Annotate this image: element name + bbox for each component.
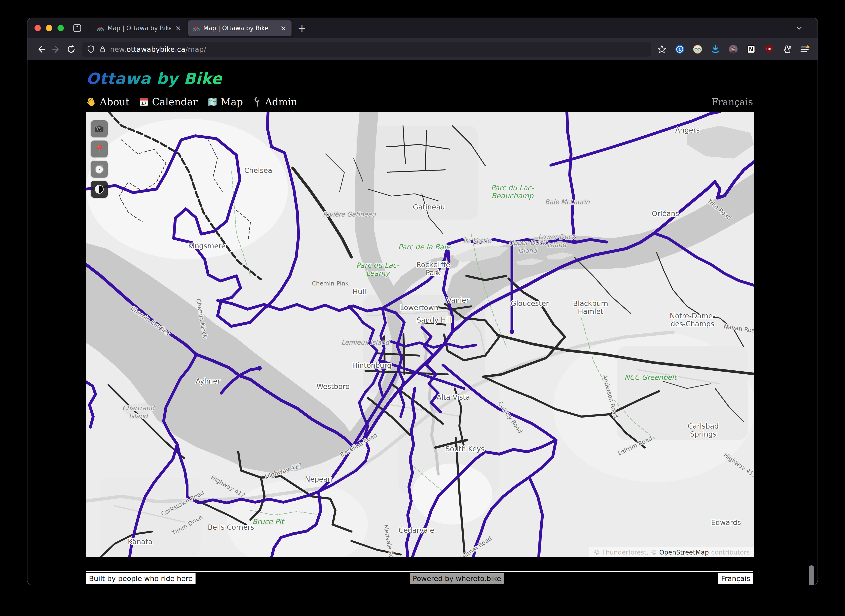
nav-calendar[interactable]: 17 Calendar [139, 96, 198, 108]
attribution-suffix: contributors [711, 549, 750, 556]
url-bar[interactable]: new.ottawabybike.ca/map/ [82, 42, 651, 57]
divider [88, 23, 88, 33]
reload-button[interactable] [64, 42, 79, 57]
profile-avatar[interactable] [728, 44, 739, 55]
close-window-button[interactable] [34, 25, 41, 31]
nav-admin[interactable]: Admin [252, 96, 297, 108]
list-all-tabs-chevron-icon[interactable] [795, 24, 804, 32]
new-tab-button[interactable]: + [293, 21, 310, 35]
tab-map-1[interactable]: Map | Ottawa by Bike × [93, 21, 187, 36]
firefox-view-icon[interactable] [71, 22, 84, 34]
svg-text:Nepean: Nepean [305, 475, 332, 483]
extensions-puzzle-icon[interactable] [781, 44, 792, 55]
svg-text:uO: uO [766, 47, 772, 51]
ublock-origin-icon[interactable]: uO [764, 44, 774, 55]
close-tab-icon[interactable]: × [174, 25, 182, 32]
map-attribution: © Thunderforest, © OpenStreetMap contrib… [589, 547, 754, 557]
map-tiles: ChelseaKingsmereGatineauOrléansAngersHul… [86, 111, 754, 557]
svg-text:Notre-Dame-des-Champs: Notre-Dame-des-Champs [670, 312, 715, 328]
svg-text:Gatineau: Gatineau [413, 203, 445, 211]
calendar-icon: 17 [139, 97, 149, 107]
wave-icon [86, 97, 97, 107]
contrast-control-button[interactable] [91, 181, 108, 198]
tab-title: Map | Ottawa by Bike [203, 25, 276, 32]
forward-button[interactable] [48, 42, 64, 57]
tab-title: Map | Ottawa by Bike [107, 25, 171, 32]
navigation-toolbar: new.ottawabybike.ca/map/ 1 N uO [28, 38, 817, 60]
shield-icon[interactable] [87, 45, 95, 53]
language-link-bottom[interactable]: Français [718, 573, 753, 584]
svg-text:Parc du Lac-Beauchamp: Parc du Lac-Beauchamp [491, 184, 534, 200]
map-icon [207, 97, 218, 107]
map-controls [91, 120, 108, 198]
svg-text:Bruce Pit: Bruce Pit [252, 518, 285, 526]
close-tab-icon[interactable]: × [279, 25, 287, 32]
footer-credit-link[interactable]: Built by people who ride here [86, 573, 195, 584]
language-link-top[interactable]: Français [712, 97, 753, 107]
nav-label: Calendar [152, 96, 198, 108]
svg-text:Rivière Gatineau: Rivière Gatineau [323, 211, 376, 218]
tab-map-2[interactable]: Map | Ottawa by Bike × [188, 21, 291, 36]
svg-text:Chemin-Pink: Chemin-Pink [312, 280, 349, 287]
svg-text:17: 17 [141, 101, 147, 106]
camera-control-button[interactable] [91, 120, 108, 137]
openstreetmap-link[interactable]: OpenStreetMap [659, 549, 709, 556]
bike-favicon-icon [97, 24, 104, 32]
round-pushpin-icon [94, 144, 104, 154]
bookmark-star-icon[interactable] [657, 44, 667, 55]
lock-icon[interactable] [99, 45, 106, 53]
svg-text:Bells Corners: Bells Corners [208, 523, 254, 531]
footer-powered-link[interactable]: Powered by whereto.bike [410, 573, 504, 584]
avatar-extension-icon[interactable] [692, 44, 703, 55]
back-button[interactable] [34, 42, 48, 57]
downloads-icon[interactable] [710, 44, 721, 55]
svg-text:CarlsbadSprings: CarlsbadSprings [688, 422, 719, 438]
page-content: Ottawa by Bike About 17 Calendar Map Adm… [28, 60, 817, 585]
svg-text:Lowertown: Lowertown [400, 304, 438, 312]
svg-text:Île Kettle: Île Kettle [463, 237, 491, 245]
warning-badge-icon [806, 45, 810, 48]
notion-extension-icon[interactable]: N [746, 44, 757, 55]
menu-hamburger-icon[interactable] [799, 44, 810, 55]
svg-text:Edwards: Edwards [711, 518, 741, 527]
main-navigation: About 17 Calendar Map Admin Français [86, 96, 753, 108]
scrollbar-thumb[interactable] [809, 565, 814, 585]
nav-about[interactable]: About [86, 96, 129, 108]
bike-favicon-icon [193, 24, 200, 32]
zoom-window-button[interactable] [57, 25, 64, 31]
svg-text:Parc de la Baie: Parc de la Baie [398, 243, 450, 251]
svg-text:Baie McLaurin: Baie McLaurin [545, 198, 590, 205]
pin-control-button[interactable] [91, 141, 108, 157]
svg-text:1: 1 [678, 47, 681, 52]
compass-icon [94, 163, 105, 175]
svg-text:Alta Vista: Alta Vista [436, 393, 470, 401]
browser-window: Map | Ottawa by Bike × Map | Ottawa by B… [27, 18, 818, 585]
onepassword-extension-icon[interactable]: 1 [675, 44, 685, 55]
nav-map[interactable]: Map [207, 96, 243, 108]
svg-text:Hull: Hull [353, 287, 366, 296]
svg-text:BlackburnHamlet: BlackburnHamlet [573, 299, 608, 315]
svg-text:Gloucester: Gloucester [511, 299, 549, 308]
compass-control-button[interactable] [91, 161, 108, 177]
svg-text:Vanier: Vanier [447, 296, 469, 304]
footer: Built by people who ride here Powered by… [86, 573, 753, 584]
wrench-icon [252, 97, 262, 107]
svg-text:Aylmer: Aylmer [196, 377, 220, 385]
minimize-window-button[interactable] [46, 25, 52, 31]
svg-text:Sandy Hill: Sandy Hill [417, 316, 452, 324]
svg-text:Kanata: Kanata [128, 538, 152, 546]
svg-text:Angers: Angers [675, 126, 700, 134]
svg-text:South Keys: South Keys [445, 445, 485, 453]
page-title: Ottawa by Bike [86, 70, 222, 88]
tab-bar: Map | Ottawa by Bike × Map | Ottawa by B… [28, 18, 817, 38]
nav-label: About [100, 96, 129, 108]
svg-text:NCC Greenbelt: NCC Greenbelt [625, 373, 677, 381]
url-text: new.ottawabybike.ca/map/ [110, 45, 206, 53]
attribution-prefix: © Thunderforest, © [594, 549, 657, 556]
footer-divider [86, 571, 753, 572]
traffic-lights [34, 25, 64, 31]
svg-text:Lemieux Island: Lemieux Island [341, 339, 389, 346]
svg-text:Westboro: Westboro [316, 382, 350, 390]
svg-text:Kingsmere: Kingsmere [188, 242, 226, 250]
map-canvas[interactable]: ChelseaKingsmereGatineauOrléansAngersHul… [86, 111, 754, 557]
